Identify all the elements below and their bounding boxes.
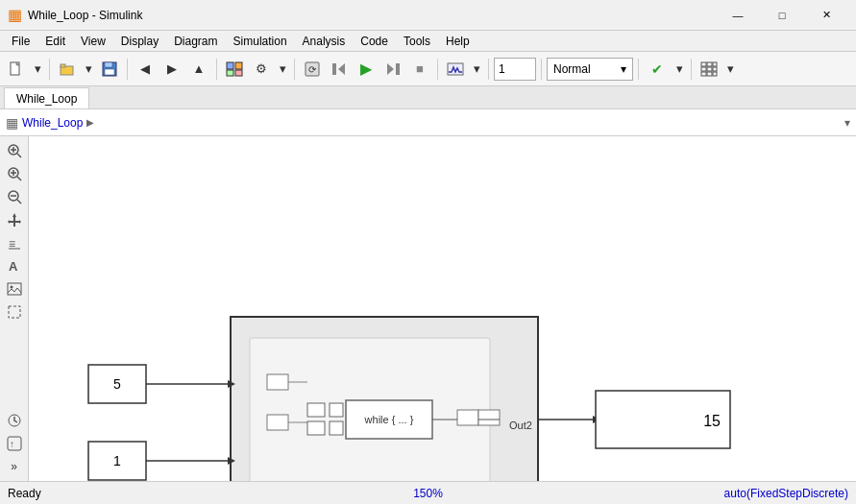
while-label: while { ... } (364, 414, 414, 425)
sim-mode-dropdown[interactable]: Normal ▾ (547, 58, 633, 81)
zoom-in-button[interactable] (4, 163, 25, 184)
inner-out-block[interactable] (457, 410, 478, 425)
sep5 (437, 59, 438, 80)
svg-rect-16 (396, 63, 400, 75)
zoom-fit-button[interactable] (4, 140, 25, 161)
svg-rect-6 (105, 69, 114, 75)
forward-button[interactable]: ▶ (159, 57, 184, 82)
svg-rect-18 (701, 62, 706, 66)
svg-marker-13 (338, 63, 345, 75)
svg-rect-14 (332, 63, 336, 75)
svg-text:↑: ↑ (10, 439, 14, 449)
sep3 (216, 59, 217, 80)
image-button[interactable] (4, 278, 25, 300)
menu-view[interactable]: View (73, 33, 113, 50)
library-button[interactable] (222, 57, 247, 82)
sep4 (294, 59, 295, 80)
new-button[interactable] (4, 57, 29, 82)
diagram-svg: 5 1 While Iterator In1 IC Out2 (29, 136, 856, 481)
inner-block1[interactable] (307, 403, 325, 417)
open-dropdown[interactable]: ▾ (82, 57, 95, 82)
inner-block2[interactable] (307, 421, 325, 435)
back-button[interactable]: ◀ (133, 57, 158, 82)
main-area: ≡ A ↑ » 5 1 While (0, 136, 856, 481)
pan-button[interactable] (4, 209, 25, 230)
menu-simulation[interactable]: Simulation (226, 33, 295, 50)
status-zoom: 150% (413, 487, 443, 500)
svg-marker-38 (8, 213, 21, 227)
save-button[interactable] (97, 57, 122, 82)
status-ready: Ready (8, 487, 41, 500)
breadcrumb-bar: ▦ While_Loop ▶ ▾ (0, 109, 856, 136)
svg-rect-44 (9, 306, 20, 318)
breadcrumb-icon: ▦ (6, 115, 18, 131)
menu-analysis[interactable]: Analysis (295, 33, 354, 50)
breadcrumb-name: While_Loop (22, 116, 83, 130)
update-button[interactable]: ⟳ (300, 57, 325, 82)
svg-rect-21 (701, 67, 706, 71)
svg-rect-24 (701, 72, 706, 76)
history-button[interactable] (4, 410, 25, 431)
step-back-button[interactable] (327, 57, 352, 82)
toolbar: ▾ ▾ ◀ ▶ ▲ ⚙ ▾ ⟳ ▶ ■ ▾ Normal ▾ ✔ ▾ ▾ (0, 52, 856, 86)
menu-file[interactable]: File (4, 33, 37, 50)
settings-button[interactable]: ⚙ (249, 57, 274, 82)
svg-line-28 (17, 154, 21, 157)
sep9 (691, 59, 692, 80)
breadcrumb-expand[interactable]: ▾ (844, 116, 850, 130)
out2-label: Out2 (509, 420, 532, 431)
svg-rect-19 (707, 62, 712, 66)
more-button[interactable]: » (4, 456, 25, 477)
menu-edit[interactable]: Edit (37, 33, 73, 50)
menu-display[interactable]: Display (113, 33, 166, 50)
svg-point-43 (10, 286, 12, 289)
area-button[interactable] (4, 301, 25, 323)
signal-button[interactable]: ≡ (4, 232, 25, 253)
inner-block3[interactable] (330, 403, 343, 417)
check-button[interactable]: ✔ (644, 57, 671, 82)
scope-button[interactable] (443, 57, 468, 82)
svg-rect-26 (713, 72, 717, 76)
inner-out-block2[interactable] (478, 410, 500, 425)
app-icon: ▦ (8, 6, 22, 24)
step-forward-button[interactable] (380, 57, 405, 82)
menu-help[interactable]: Help (438, 33, 477, 50)
stop-button[interactable]: ■ (407, 57, 432, 82)
tb-dropdown-arrow[interactable]: ▾ (31, 57, 44, 82)
close-button[interactable]: ✕ (804, 0, 848, 31)
svg-rect-20 (713, 62, 717, 66)
grid-button[interactable] (697, 57, 721, 82)
svg-text:⟳: ⟳ (308, 64, 317, 75)
up-button[interactable]: ▲ (186, 57, 211, 82)
menu-diagram[interactable]: Diagram (166, 33, 225, 50)
svg-rect-10 (235, 70, 242, 76)
menu-code[interactable]: Code (353, 33, 396, 50)
grid-dropdown[interactable]: ▾ (723, 57, 737, 82)
inner-ic-block[interactable] (267, 415, 288, 430)
sep8 (638, 59, 639, 80)
svg-rect-22 (707, 67, 712, 71)
scope-dropdown[interactable]: ▾ (470, 57, 483, 82)
settings-dropdown[interactable]: ▾ (276, 57, 289, 82)
svg-rect-7 (227, 62, 233, 69)
inner-in-block[interactable] (267, 374, 288, 390)
svg-rect-42 (8, 283, 21, 295)
zoom-out-button[interactable] (4, 186, 25, 207)
minimize-button[interactable]: — (716, 0, 760, 31)
text-button[interactable]: A (4, 255, 25, 276)
menu-tools[interactable]: Tools (396, 33, 438, 50)
diagram-canvas[interactable]: 5 1 While Iterator In1 IC Out2 (29, 136, 856, 481)
title-text: While_Loop - Simulink (28, 9, 716, 22)
tab-whileloop[interactable]: While_Loop (4, 87, 89, 108)
open-button[interactable] (55, 57, 80, 82)
maximize-button[interactable]: □ (760, 0, 804, 31)
svg-rect-5 (105, 62, 112, 67)
output-value: 15 (703, 413, 721, 429)
breadcrumb-arrow: ▶ (86, 117, 94, 128)
share-button[interactable]: ↑ (4, 433, 25, 454)
check-dropdown[interactable]: ▾ (673, 57, 686, 82)
sim-time-input[interactable] (494, 58, 536, 81)
inner-block4[interactable] (330, 421, 343, 435)
run-button[interactable]: ▶ (354, 57, 379, 82)
svg-rect-3 (61, 64, 65, 67)
